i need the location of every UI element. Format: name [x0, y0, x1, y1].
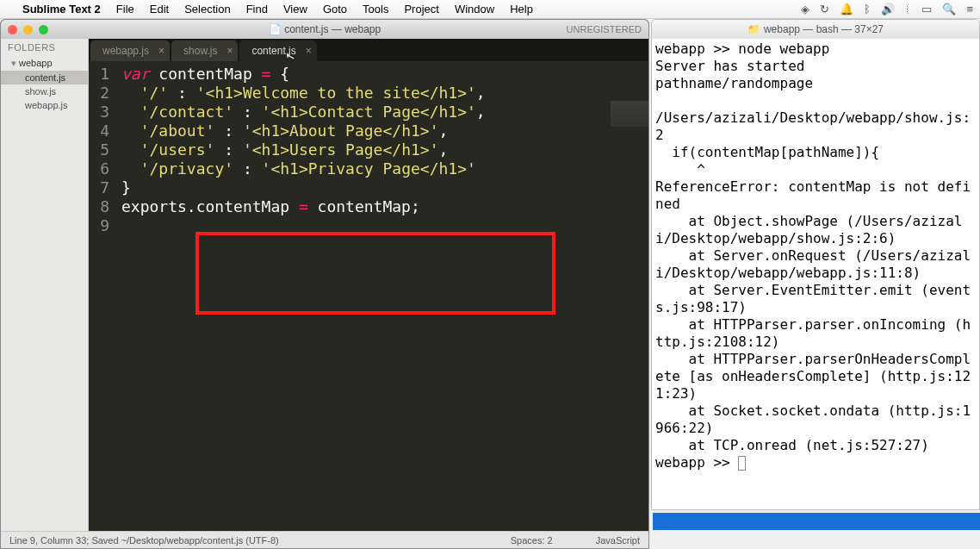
window-title: 📄 content.js — webapp	[269, 23, 381, 35]
menu-selection[interactable]: Selection	[184, 3, 230, 16]
menu-tools[interactable]: Tools	[363, 3, 388, 16]
menu-goto[interactable]: Goto	[323, 3, 347, 16]
editor-tabbar: webapp.js × show.js × content.js ×	[89, 39, 648, 61]
menu-view[interactable]: View	[283, 3, 307, 16]
editor-sidebar: FOLDERS webapp content.js show.js webapp…	[1, 39, 89, 531]
tab-content[interactable]: content.js ×	[239, 41, 316, 61]
menu-file[interactable]: File	[116, 3, 134, 16]
tab-webapp[interactable]: webapp.js ×	[90, 41, 170, 61]
unregistered-label: UNREGISTERED	[567, 24, 642, 34]
desktop-dock-area	[653, 513, 980, 530]
volume-icon[interactable]: 🔊	[881, 3, 895, 16]
menubar-status-icons: ◈ ↻ 🔔 ᛒ 🔊 ⧙ ▭ 🔍 ≡	[801, 3, 973, 16]
sidebar-folder[interactable]: webapp	[1, 56, 88, 71]
battery-icon[interactable]: ▭	[921, 3, 932, 16]
spotlight-icon[interactable]: 🔍	[942, 3, 956, 16]
sidebar-file-show[interactable]: show.js	[1, 84, 88, 98]
folder-icon: 📁	[747, 23, 760, 35]
sublime-window: 📄 content.js — webapp UNREGISTERED FOLDE…	[0, 19, 649, 549]
wifi-icon[interactable]: ⧙	[905, 3, 911, 16]
code-content[interactable]: var contentMap = { '/' : '<h1>Welcome to…	[115, 61, 648, 531]
sync-icon[interactable]: ↻	[820, 3, 829, 16]
terminal-title: webapp — bash — 37×27	[764, 23, 884, 35]
terminal-window: 📁 webapp — bash — 37×27 webapp >> node w…	[651, 19, 980, 510]
window-close-button[interactable]	[8, 25, 17, 34]
mac-menubar: Sublime Text 2 File Edit Selection Find …	[0, 0, 980, 19]
doc-icon: 📄	[269, 23, 282, 35]
status-language[interactable]: JavaScript	[596, 535, 640, 546]
app-name[interactable]: Sublime Text 2	[22, 3, 101, 16]
line-gutter: 123456789	[89, 61, 115, 531]
menu-find[interactable]: Find	[246, 3, 268, 16]
menu-extras-icon[interactable]: ≡	[966, 3, 973, 16]
tab-label: webapp.js	[102, 45, 149, 57]
menu-help[interactable]: Help	[510, 3, 533, 16]
menu-edit[interactable]: Edit	[150, 3, 169, 16]
close-icon[interactable]: ×	[306, 45, 312, 57]
terminal-titlebar: 📁 webapp — bash — 37×27	[652, 20, 979, 39]
tab-show[interactable]: show.js ×	[171, 41, 238, 61]
close-icon[interactable]: ×	[226, 45, 233, 57]
menu-project[interactable]: Project	[404, 3, 438, 16]
minimap[interactable]	[611, 101, 648, 127]
sidebar-header: FOLDERS	[1, 39, 88, 56]
editor-statusbar: Line 9, Column 33; Saved ~/Desktop/webap…	[1, 531, 648, 548]
close-icon[interactable]: ×	[158, 45, 164, 57]
status-left: Line 9, Column 33; Saved ~/Desktop/webap…	[9, 535, 279, 546]
sidebar-file-content[interactable]: content.js	[1, 71, 88, 84]
bluetooth-icon[interactable]: ᛒ	[864, 3, 871, 16]
window-minimize-button[interactable]	[23, 25, 33, 34]
tab-label: show.js	[183, 45, 217, 57]
bell-icon[interactable]: 🔔	[840, 3, 853, 16]
window-maximize-button[interactable]	[39, 25, 48, 34]
code-editor[interactable]: 123456789 var contentMap = { '/' : '<h1>…	[89, 61, 648, 531]
gdrive-icon[interactable]: ◈	[801, 3, 809, 16]
menu-window[interactable]: Window	[455, 3, 494, 16]
tab-label: content.js	[251, 45, 295, 57]
editor-titlebar: 📄 content.js — webapp UNREGISTERED	[1, 20, 648, 39]
terminal-body[interactable]: webapp >> node webapp Server has started…	[652, 39, 979, 509]
status-spaces[interactable]: Spaces: 2	[511, 535, 553, 546]
sidebar-file-webapp[interactable]: webapp.js	[1, 98, 88, 112]
